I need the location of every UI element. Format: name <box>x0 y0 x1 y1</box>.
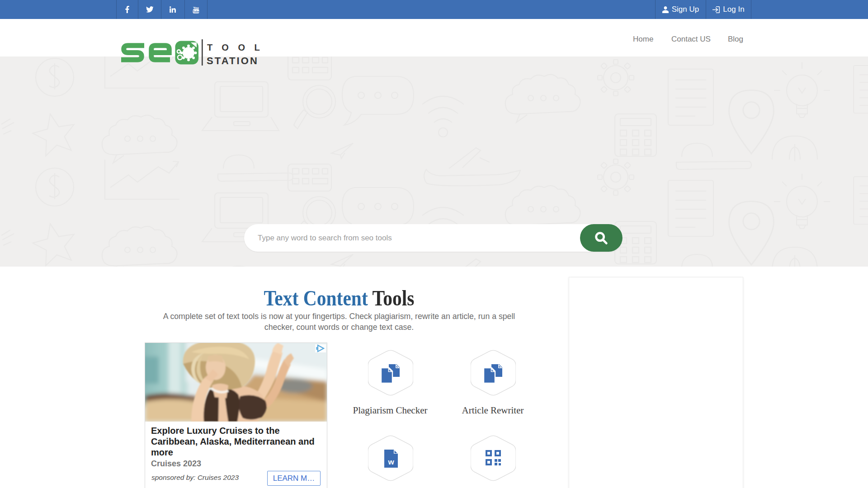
svg-text:w: w <box>387 458 394 466</box>
svg-text:Tube: Tube <box>192 9 199 13</box>
svg-text:STATION: STATION <box>207 55 259 66</box>
svg-text:TOOL: TOOL <box>207 42 266 52</box>
svg-text:You: You <box>193 6 199 9</box>
